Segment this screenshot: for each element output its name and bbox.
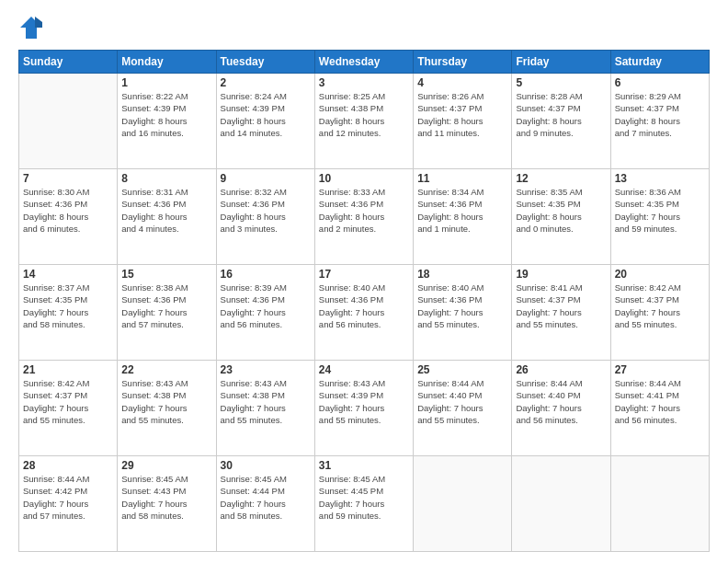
day-info: Sunrise: 8:28 AMSunset: 4:37 PMDaylight:… — [516, 90, 606, 139]
calendar-header: SundayMondayTuesdayWednesdayThursdayFrid… — [19, 51, 710, 74]
day-info: Sunrise: 8:29 AMSunset: 4:37 PMDaylight:… — [615, 90, 705, 139]
day-number: 20 — [615, 268, 705, 281]
day-cell — [414, 456, 512, 552]
day-number: 26 — [516, 363, 606, 376]
day-number: 21 — [23, 363, 113, 376]
day-cell: 28Sunrise: 8:44 AMSunset: 4:42 PMDayligh… — [19, 456, 118, 552]
day-info: Sunrise: 8:44 AMSunset: 4:41 PMDaylight:… — [615, 377, 705, 426]
day-number: 27 — [615, 363, 705, 376]
week-row-2: 7Sunrise: 8:30 AMSunset: 4:36 PMDaylight… — [19, 169, 710, 265]
day-number: 17 — [319, 268, 409, 281]
day-number: 10 — [319, 172, 409, 185]
day-cell: 21Sunrise: 8:42 AMSunset: 4:37 PMDayligh… — [19, 361, 118, 456]
calendar-body: 1Sunrise: 8:22 AMSunset: 4:39 PMDaylight… — [19, 74, 710, 552]
day-info: Sunrise: 8:44 AMSunset: 4:40 PMDaylight:… — [516, 377, 606, 426]
day-number: 22 — [121, 363, 211, 376]
day-info: Sunrise: 8:26 AMSunset: 4:37 PMDaylight:… — [417, 90, 507, 139]
day-number: 8 — [121, 172, 211, 185]
header-cell-sunday: Sunday — [19, 51, 118, 74]
day-cell: 27Sunrise: 8:44 AMSunset: 4:41 PMDayligh… — [610, 361, 709, 456]
day-cell: 6Sunrise: 8:29 AMSunset: 4:37 PMDaylight… — [610, 74, 709, 169]
day-number: 6 — [615, 76, 705, 89]
day-number: 18 — [417, 268, 507, 281]
day-cell: 29Sunrise: 8:45 AMSunset: 4:43 PMDayligh… — [118, 456, 216, 552]
day-info: Sunrise: 8:31 AMSunset: 4:36 PMDaylight:… — [121, 186, 211, 235]
header-cell-friday: Friday — [512, 51, 610, 74]
day-info: Sunrise: 8:43 AMSunset: 4:39 PMDaylight:… — [319, 377, 409, 426]
day-info: Sunrise: 8:37 AMSunset: 4:35 PMDaylight:… — [23, 282, 113, 330]
day-number: 30 — [221, 459, 311, 472]
day-cell: 16Sunrise: 8:39 AMSunset: 4:36 PMDayligh… — [216, 265, 314, 361]
day-number: 31 — [319, 459, 409, 472]
day-number: 24 — [319, 363, 409, 376]
day-info: Sunrise: 8:33 AMSunset: 4:36 PMDaylight:… — [319, 186, 409, 235]
day-number: 7 — [23, 172, 113, 185]
day-info: Sunrise: 8:45 AMSunset: 4:44 PMDaylight:… — [221, 473, 311, 522]
header-cell-monday: Monday — [118, 51, 216, 74]
day-cell: 10Sunrise: 8:33 AMSunset: 4:36 PMDayligh… — [314, 169, 413, 265]
day-info: Sunrise: 8:42 AMSunset: 4:37 PMDaylight:… — [23, 377, 113, 426]
week-row-4: 21Sunrise: 8:42 AMSunset: 4:37 PMDayligh… — [19, 361, 710, 456]
day-number: 1 — [121, 76, 211, 89]
day-info: Sunrise: 8:34 AMSunset: 4:36 PMDaylight:… — [417, 186, 507, 235]
day-number: 29 — [121, 459, 211, 472]
day-info: Sunrise: 8:40 AMSunset: 4:36 PMDaylight:… — [417, 282, 507, 330]
day-cell: 19Sunrise: 8:41 AMSunset: 4:37 PMDayligh… — [512, 265, 610, 361]
day-cell: 31Sunrise: 8:45 AMSunset: 4:45 PMDayligh… — [314, 456, 413, 552]
day-number: 14 — [23, 268, 113, 281]
day-info: Sunrise: 8:30 AMSunset: 4:36 PMDaylight:… — [23, 186, 113, 235]
header-cell-wednesday: Wednesday — [314, 51, 413, 74]
day-number: 16 — [221, 268, 311, 281]
header-cell-saturday: Saturday — [610, 51, 709, 74]
day-info: Sunrise: 8:32 AMSunset: 4:36 PMDaylight:… — [221, 186, 311, 235]
day-info: Sunrise: 8:45 AMSunset: 4:43 PMDaylight:… — [121, 473, 211, 522]
day-info: Sunrise: 8:36 AMSunset: 4:35 PMDaylight:… — [615, 186, 705, 235]
day-cell: 4Sunrise: 8:26 AMSunset: 4:37 PMDaylight… — [414, 74, 512, 169]
calendar-table: SundayMondayTuesdayWednesdayThursdayFrid… — [18, 50, 710, 552]
day-cell — [512, 456, 610, 552]
day-info: Sunrise: 8:40 AMSunset: 4:36 PMDaylight:… — [319, 282, 409, 330]
day-cell: 13Sunrise: 8:36 AMSunset: 4:35 PMDayligh… — [610, 169, 709, 265]
day-cell — [610, 456, 709, 552]
page: SundayMondayTuesdayWednesdayThursdayFrid… — [0, 0, 728, 563]
day-info: Sunrise: 8:44 AMSunset: 4:42 PMDaylight:… — [23, 473, 113, 522]
day-cell: 30Sunrise: 8:45 AMSunset: 4:44 PMDayligh… — [216, 456, 314, 552]
day-info: Sunrise: 8:42 AMSunset: 4:37 PMDaylight:… — [615, 282, 705, 330]
day-cell: 25Sunrise: 8:44 AMSunset: 4:40 PMDayligh… — [414, 361, 512, 456]
day-number: 11 — [417, 172, 507, 185]
day-cell: 11Sunrise: 8:34 AMSunset: 4:36 PMDayligh… — [414, 169, 512, 265]
day-info: Sunrise: 8:44 AMSunset: 4:40 PMDaylight:… — [417, 377, 507, 426]
logo-icon — [18, 15, 44, 40]
header-row: SundayMondayTuesdayWednesdayThursdayFrid… — [19, 51, 710, 74]
day-cell: 2Sunrise: 8:24 AMSunset: 4:39 PMDaylight… — [216, 74, 314, 169]
day-number: 2 — [221, 76, 311, 89]
day-cell: 3Sunrise: 8:25 AMSunset: 4:38 PMDaylight… — [314, 74, 413, 169]
day-cell: 18Sunrise: 8:40 AMSunset: 4:36 PMDayligh… — [414, 265, 512, 361]
day-cell: 8Sunrise: 8:31 AMSunset: 4:36 PMDaylight… — [118, 169, 216, 265]
day-cell: 12Sunrise: 8:35 AMSunset: 4:35 PMDayligh… — [512, 169, 610, 265]
week-row-5: 28Sunrise: 8:44 AMSunset: 4:42 PMDayligh… — [19, 456, 710, 552]
day-number: 23 — [221, 363, 311, 376]
week-row-1: 1Sunrise: 8:22 AMSunset: 4:39 PMDaylight… — [19, 74, 710, 169]
day-info: Sunrise: 8:41 AMSunset: 4:37 PMDaylight:… — [516, 282, 606, 330]
day-number: 4 — [417, 76, 507, 89]
day-number: 5 — [516, 76, 606, 89]
day-cell: 15Sunrise: 8:38 AMSunset: 4:36 PMDayligh… — [118, 265, 216, 361]
day-number: 19 — [516, 268, 606, 281]
day-number: 15 — [121, 268, 211, 281]
day-number: 12 — [516, 172, 606, 185]
day-cell: 24Sunrise: 8:43 AMSunset: 4:39 PMDayligh… — [314, 361, 413, 456]
day-number: 9 — [221, 172, 311, 185]
day-number: 3 — [319, 76, 409, 89]
day-cell: 5Sunrise: 8:28 AMSunset: 4:37 PMDaylight… — [512, 74, 610, 169]
day-cell: 20Sunrise: 8:42 AMSunset: 4:37 PMDayligh… — [610, 265, 709, 361]
svg-marker-1 — [35, 17, 42, 28]
day-cell: 7Sunrise: 8:30 AMSunset: 4:36 PMDaylight… — [19, 169, 118, 265]
day-info: Sunrise: 8:35 AMSunset: 4:35 PMDaylight:… — [516, 186, 606, 235]
day-info: Sunrise: 8:45 AMSunset: 4:45 PMDaylight:… — [319, 473, 409, 522]
week-row-3: 14Sunrise: 8:37 AMSunset: 4:35 PMDayligh… — [19, 265, 710, 361]
day-cell: 1Sunrise: 8:22 AMSunset: 4:39 PMDaylight… — [118, 74, 216, 169]
day-info: Sunrise: 8:24 AMSunset: 4:39 PMDaylight:… — [221, 90, 311, 139]
header-cell-thursday: Thursday — [414, 51, 512, 74]
day-number: 13 — [615, 172, 705, 185]
